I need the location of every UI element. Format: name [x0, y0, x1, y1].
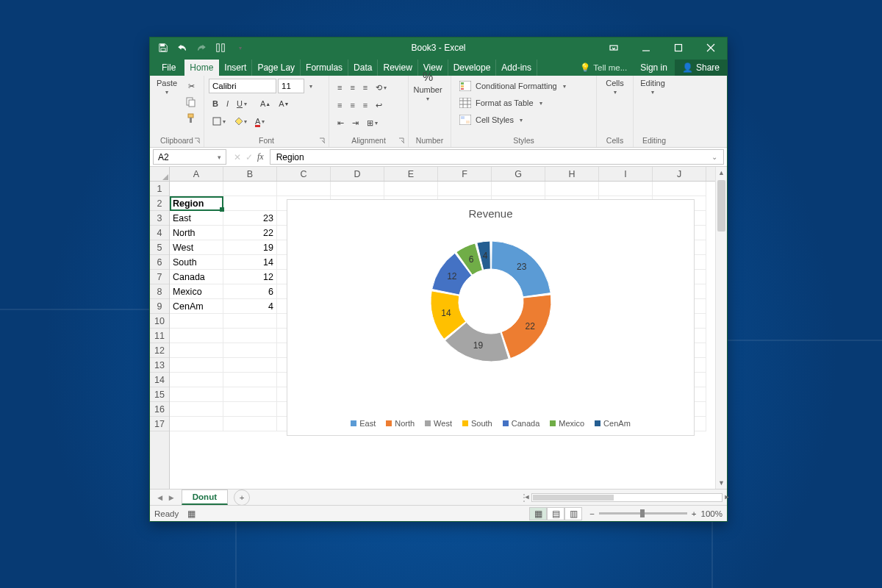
formula-input[interactable]: Region [270, 149, 724, 165]
legend-item-west[interactable]: West [425, 419, 452, 428]
increase-indent-button[interactable]: ⇥ [348, 115, 362, 130]
cell[interactable] [384, 182, 438, 196]
tab-file[interactable]: File [153, 60, 184, 76]
cell[interactable] [223, 329, 277, 343]
legend-item-canada[interactable]: Canada [503, 419, 540, 428]
cell[interactable] [331, 182, 384, 196]
horizontal-scrollbar[interactable]: ◄ ► [531, 493, 723, 502]
row-header-4[interactable]: 4 [150, 226, 169, 240]
view-normal-button[interactable]: ▦ [529, 507, 547, 520]
align-top-button[interactable]: ≡ [334, 80, 345, 95]
cell[interactable] [653, 182, 706, 196]
cell[interactable]: South [170, 255, 223, 270]
cell[interactable] [223, 387, 277, 402]
row-header-17[interactable]: 17 [150, 417, 169, 431]
col-header-F[interactable]: F [438, 167, 492, 181]
row-headers[interactable]: 1234567891011121314151617 [150, 182, 170, 489]
zoom-level[interactable]: 100% [701, 509, 723, 518]
increase-font-button[interactable]: A▲ [257, 96, 274, 111]
cell[interactable] [223, 402, 277, 417]
legend-item-north[interactable]: North [386, 419, 415, 428]
cell[interactable] [170, 343, 223, 358]
share-button[interactable]: 👤Share [675, 60, 727, 76]
close-button[interactable] [695, 37, 727, 58]
zoom-in-button[interactable]: + [692, 509, 697, 518]
row-header-2[interactable]: 2 [150, 196, 169, 211]
cell[interactable]: West [170, 240, 223, 255]
col-header-G[interactable]: G [492, 167, 545, 181]
cell[interactable] [223, 343, 277, 358]
view-page-break-button[interactable]: ▥ [564, 507, 582, 520]
row-header-9[interactable]: 9 [150, 299, 169, 314]
view-page-layout-button[interactable]: ▤ [547, 507, 564, 520]
cell[interactable]: 19 [223, 240, 277, 255]
row-header-13[interactable]: 13 [150, 358, 169, 373]
cell[interactable] [170, 329, 223, 343]
cell[interactable] [277, 182, 331, 196]
cell[interactable] [170, 373, 223, 387]
cell[interactable] [438, 182, 492, 196]
wrap-text-button[interactable]: ↩ [372, 98, 386, 112]
column-headers[interactable]: ABCDEFGHIJ [170, 167, 715, 182]
legend-item-mexico[interactable]: Mexico [550, 419, 584, 428]
tab-insert[interactable]: Insert [219, 60, 252, 76]
cell[interactable] [492, 182, 545, 196]
cell[interactable]: 4 [223, 299, 277, 314]
font-color-button[interactable]: A [251, 114, 268, 129]
format-as-table-button[interactable]: Format as Table [456, 96, 595, 110]
donut-chart[interactable]: 232219141264 [414, 224, 568, 379]
row-header-14[interactable]: 14 [150, 373, 169, 387]
fill-color-button[interactable] [230, 114, 251, 129]
row-header-1[interactable]: 1 [150, 182, 169, 196]
cell[interactable] [545, 182, 599, 196]
tab-add-ins[interactable]: Add-ins [496, 60, 537, 76]
cell[interactable] [223, 373, 277, 387]
cell[interactable] [223, 182, 277, 196]
row-header-6[interactable]: 6 [150, 255, 169, 270]
sheet-nav-prev[interactable]: ◄ [156, 493, 164, 502]
cell[interactable]: Mexico [170, 284, 223, 299]
tab-develope[interactable]: Develope [448, 60, 497, 76]
bold-button[interactable]: B [209, 96, 222, 111]
format-painter-button[interactable] [182, 111, 200, 126]
scroll-left-button[interactable]: ◄ [522, 493, 532, 501]
col-header-I[interactable]: I [599, 167, 653, 181]
row-header-12[interactable]: 12 [150, 343, 169, 358]
row-header-16[interactable]: 16 [150, 402, 169, 417]
redo-button[interactable] [193, 40, 210, 56]
decrease-font-button[interactable]: A▼ [275, 96, 293, 111]
qat-customize-button[interactable] [231, 40, 248, 56]
align-left-button[interactable]: ≡ [334, 98, 345, 112]
cell-styles-button[interactable]: Cell Styles [456, 112, 595, 127]
cell[interactable]: 14 [223, 255, 277, 270]
font-name-input[interactable] [209, 79, 276, 93]
zoom-slider[interactable] [599, 512, 687, 514]
select-all-button[interactable] [150, 167, 170, 182]
cell[interactable] [170, 182, 223, 196]
save-button[interactable] [154, 40, 172, 56]
cell[interactable]: East [170, 211, 223, 226]
name-box[interactable]: A2 [153, 149, 226, 165]
cell[interactable] [599, 182, 653, 196]
sheet-nav-next[interactable]: ► [167, 493, 175, 502]
row-header-10[interactable]: 10 [150, 314, 169, 329]
row-header-5[interactable]: 5 [150, 240, 169, 255]
cells-area[interactable]: RegionEast23North22West19South14Canada12… [170, 182, 715, 489]
row-header-8[interactable]: 8 [150, 284, 169, 299]
cell[interactable] [223, 196, 277, 211]
cell[interactable] [223, 314, 277, 329]
chart-object[interactable]: Revenue 232219141264 EastNorthWestSouthC… [287, 199, 695, 436]
zoom-out-button[interactable]: − [589, 509, 595, 518]
cell[interactable] [170, 417, 223, 431]
cell[interactable]: CenAm [170, 299, 223, 314]
tab-home[interactable]: Home [184, 60, 219, 76]
vertical-scrollbar[interactable]: ▲ ▼ [715, 167, 727, 489]
font-size-dropdown[interactable] [306, 79, 315, 93]
align-bottom-button[interactable]: ≡ [359, 80, 371, 95]
col-header-C[interactable]: C [277, 167, 331, 181]
underline-button[interactable]: U [233, 96, 251, 111]
ribbon-display-button[interactable] [598, 37, 630, 58]
tell-me-search[interactable]: 💡Tell me... [574, 60, 633, 76]
undo-button[interactable] [173, 40, 191, 56]
legend-item-cenam[interactable]: CenAm [595, 419, 631, 428]
